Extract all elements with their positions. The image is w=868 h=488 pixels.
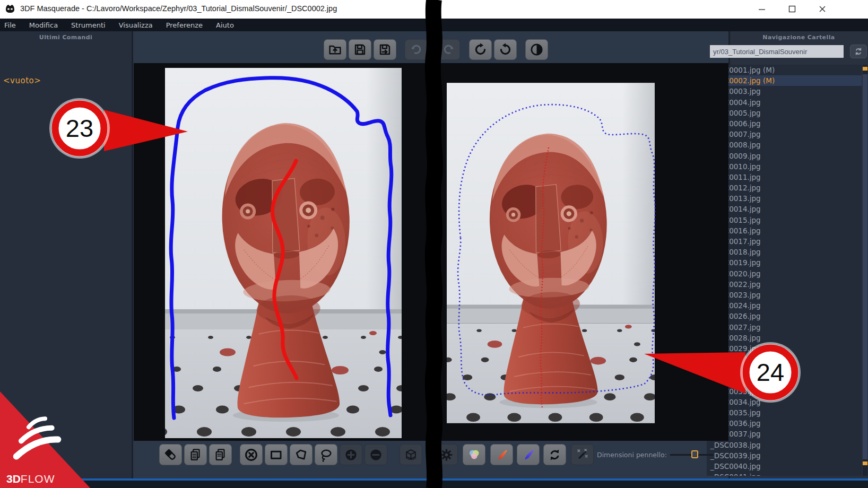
scrollbar-marker-top	[863, 67, 867, 71]
file-row[interactable]: _DSC0027.jpg	[707, 322, 862, 333]
file-row[interactable]: _DSC0002.jpg (M)	[707, 75, 862, 86]
file-row[interactable]: _DSC0004.jpg	[707, 97, 862, 108]
file-row[interactable]: _DSC0005.jpg	[707, 108, 862, 118]
invert-contrast-button[interactable]	[525, 39, 548, 60]
file-row[interactable]: _DSC0008.jpg	[707, 140, 862, 150]
last-commands-empty: <vuoto>	[3, 76, 41, 85]
title-bar: 3DF Masquerade - C:/Lavoro/Workspace/Zep…	[0, 0, 868, 19]
file-row[interactable]: _DSC0035.jpg	[707, 407, 862, 418]
maximize-button[interactable]	[784, 1, 801, 17]
file-row[interactable]: _DSC0033.jpg	[707, 386, 862, 397]
file-row[interactable]: _DSC0034.jpg	[707, 397, 862, 407]
eraser-tool-button[interactable]	[159, 444, 182, 465]
minus-icon	[369, 448, 383, 462]
lasso-icon	[319, 448, 333, 462]
rotate-ccw-button[interactable]	[469, 39, 492, 60]
polygon-tool-button[interactable]	[290, 444, 313, 465]
file-row[interactable]: _DSC0015.jpg	[707, 215, 862, 225]
file-list-scrollbar[interactable]	[863, 65, 867, 476]
file-row[interactable]: _DSC0009.jpg	[707, 151, 862, 161]
copy-mask-button[interactable]	[184, 444, 207, 465]
file-row[interactable]: _DSC0020.jpg	[707, 268, 862, 279]
file-row[interactable]: _DSC0040.jpg	[707, 461, 862, 472]
last-commands-title: Ultimi Comandi	[0, 34, 132, 41]
contrast-icon	[530, 42, 544, 57]
rectangle-tool-button[interactable]	[265, 444, 288, 465]
file-row[interactable]: _DSC0014.jpg	[707, 204, 862, 214]
menu-modifica[interactable]: Modifica	[29, 21, 65, 29]
file-row[interactable]: _DSC0028.jpg	[707, 333, 862, 343]
undo-icon	[409, 42, 423, 57]
close-button[interactable]	[814, 1, 831, 17]
eraser-icon	[163, 448, 178, 462]
settings-button[interactable]	[435, 444, 458, 465]
colors-icon	[467, 448, 481, 462]
file-row[interactable]: _DSC0007.jpg	[707, 129, 862, 140]
minimize-button[interactable]	[753, 1, 770, 17]
mask-colors-button[interactable]	[463, 444, 485, 465]
file-row[interactable]: _DSC0039.jpg	[707, 450, 862, 461]
file-row[interactable]: _DSC0037.jpg	[707, 429, 862, 439]
file-row[interactable]: _DSC0038.jpg	[707, 440, 862, 450]
zoom-in-button[interactable]	[340, 444, 362, 465]
file-list: _DSC0001.jpg (M)_DSC0002.jpg (M)_DSC0003…	[707, 65, 862, 476]
redo-button[interactable]	[437, 39, 460, 60]
open-image-button[interactable]	[324, 39, 346, 60]
clear-mask-button[interactable]	[240, 444, 263, 465]
scrollbar-thumb[interactable]	[863, 74, 867, 459]
menu-strumenti[interactable]: Strumenti	[71, 21, 112, 29]
file-row[interactable]: _DSC0019.jpg	[707, 257, 862, 268]
file-row[interactable]: _DSC0001.jpg (M)	[707, 65, 862, 75]
paste-mask-button[interactable]	[209, 444, 232, 465]
menu-file[interactable]: File	[4, 21, 23, 29]
folder-path-input[interactable]	[710, 45, 844, 58]
brush-size-slider-thumb[interactable]	[691, 450, 698, 458]
rotate-cw-icon	[498, 42, 513, 57]
file-row[interactable]: _DSC0016.jpg	[707, 225, 862, 236]
menu-preferenze[interactable]: Preferenze	[166, 21, 210, 29]
refresh-icon	[854, 47, 863, 56]
file-row[interactable]: _DSC0010.jpg	[707, 161, 862, 172]
copy-icon	[188, 448, 203, 462]
file-row[interactable]: _DSC0030.jpg	[707, 354, 862, 364]
refresh-folder-button[interactable]	[850, 45, 867, 58]
file-row[interactable]: _DSC0011.jpg	[707, 172, 862, 182]
file-row[interactable]: _DSC0029.jpg	[707, 343, 862, 354]
brush-keep-blue-button[interactable]	[517, 444, 540, 465]
menu-visualizza[interactable]: Visualizza	[119, 21, 160, 29]
undo-button[interactable]	[405, 39, 428, 60]
file-row[interactable]: _DSC0024.jpg	[707, 300, 862, 311]
file-row[interactable]: _DSC0023.jpg	[707, 290, 862, 300]
last-commands-panel: Ultimi Comandi <vuoto>	[0, 31, 132, 478]
file-row[interactable]: _DSC0012.jpg	[707, 182, 862, 193]
rotate-cw-button[interactable]	[494, 39, 517, 60]
file-row[interactable]: _DSC0036.jpg	[707, 418, 862, 429]
folder-open-up-icon	[328, 42, 342, 57]
file-row[interactable]: _DSC0032.jpg	[707, 375, 862, 386]
zoom-out-button[interactable]	[364, 444, 387, 465]
file-row[interactable]: _DSC0041.jpg	[707, 472, 862, 476]
file-row[interactable]: _DSC0013.jpg	[707, 193, 862, 204]
file-row[interactable]: _DSC0026.jpg	[707, 311, 862, 321]
menu-aiuto[interactable]: Aiuto	[216, 21, 241, 29]
file-row[interactable]: _DSC0003.jpg	[707, 86, 862, 97]
photo-right-dotted-mask[interactable]	[447, 68, 664, 438]
photo-left-solid-mask[interactable]	[165, 68, 402, 438]
save-mask-button[interactable]	[349, 39, 371, 60]
lasso-tool-button[interactable]	[315, 444, 337, 465]
save-as-icon	[378, 42, 392, 57]
file-row[interactable]: _DSC0018.jpg	[707, 247, 862, 257]
brush-mask-red-button[interactable]	[490, 444, 513, 465]
preview-3d-button[interactable]	[400, 444, 422, 465]
wand-icon	[575, 448, 589, 462]
cube-icon	[404, 448, 418, 462]
swap-mask-button[interactable]	[543, 444, 566, 465]
file-row[interactable]: _DSC0022.jpg	[707, 279, 862, 290]
file-row[interactable]: _DSC0017.jpg	[707, 236, 862, 247]
refine-wand-button[interactable]	[571, 444, 594, 465]
file-row[interactable]: _DSC0006.jpg	[707, 118, 862, 129]
file-row[interactable]: _DSC0031.jpg	[707, 364, 862, 375]
app-mask-icon	[4, 3, 16, 15]
brush-size-slider[interactable]	[670, 454, 714, 456]
save-mask-as-button[interactable]	[374, 39, 396, 60]
